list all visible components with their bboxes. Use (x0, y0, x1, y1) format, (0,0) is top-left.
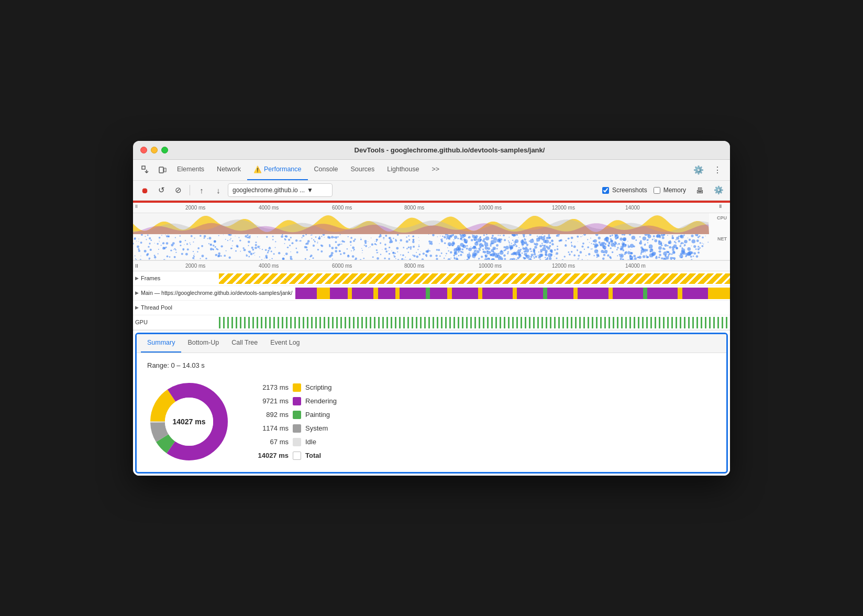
device-toolbar-icon[interactable] (154, 161, 171, 178)
painting-value: 892 ms (252, 411, 289, 419)
nav-right: ⚙️ ⋮ (690, 161, 726, 178)
settings-icon[interactable]: ⚙️ (690, 161, 707, 178)
ruler-2000: 2000 ms (185, 205, 205, 211)
tab-event-log[interactable]: Event Log (264, 334, 306, 353)
memory-group: Memory (654, 186, 686, 194)
screenshots-label: Screenshots (612, 186, 647, 194)
gpu-bars (219, 317, 730, 328)
bottom-tabs: Summary Bottom-Up Call Tree Event Log (137, 334, 726, 353)
gpu-label: GPU (135, 319, 219, 325)
frames-content[interactable] (219, 271, 730, 285)
tab-more[interactable]: >> (425, 159, 446, 180)
tab-lighthouse[interactable]: Lighthouse (381, 159, 425, 180)
clear-button[interactable]: ⊘ (171, 183, 185, 197)
bottom-panel: Summary Bottom-Up Call Tree Event Log Ra… (135, 333, 728, 474)
frames-label: ▶ Frames (135, 275, 219, 281)
frames-expand-icon[interactable]: ▶ (135, 276, 139, 281)
pause-icon-main: ⏸ (134, 263, 139, 269)
reload-record-button[interactable]: ↺ (154, 183, 169, 197)
pause-icon-right: ⏸ (718, 204, 723, 209)
ruler-4000: 4000 ms (259, 205, 279, 211)
flame-chart-icon[interactable]: 🖶 (692, 183, 707, 197)
thread-pool-label: ▶ Thread Pool (135, 304, 219, 311)
tab-sources-label: Sources (350, 166, 374, 173)
record-button[interactable]: ⏺ (137, 183, 152, 197)
svg-rect-1 (159, 167, 163, 173)
tab-performance-label: Performance (264, 166, 302, 173)
pause-icon: ⏸ (134, 204, 139, 209)
tab-event-log-label: Event Log (270, 339, 300, 346)
url-dropdown-icon[interactable]: ▼ (307, 186, 313, 194)
ruler-6000: 6000 ms (332, 205, 352, 211)
legend-scripting: 2173 ms Scripting (252, 383, 337, 392)
tab-console[interactable]: Console (308, 159, 345, 180)
main-ruler-4000: 4000 ms (259, 263, 279, 269)
nav-tabs: Elements Network ⚠️ Performance Console … (133, 160, 730, 181)
devtools-window: DevTools - googlechrome.github.io/devtoo… (133, 141, 730, 476)
inspect-element-icon[interactable] (137, 161, 154, 178)
tab-summary-label: Summary (147, 339, 175, 346)
timeline-ruler-main: ⏸ 2000 ms 4000 ms 6000 ms 8000 ms 10000 … (133, 261, 730, 271)
painting-color (293, 411, 301, 419)
tab-elements[interactable]: Elements (171, 159, 211, 180)
main-ruler-12000: 12000 ms (552, 263, 575, 269)
svg-rect-2 (164, 168, 166, 172)
total-color (293, 452, 301, 460)
tab-lighthouse-label: Lighthouse (387, 166, 419, 173)
ruler-12000: 12000 ms (552, 205, 575, 211)
close-button[interactable] (140, 147, 147, 153)
main-label: ▶ Main — https://googlechrome.github.io/… (135, 290, 295, 296)
screenshots-checkbox[interactable] (602, 187, 609, 194)
painting-label: Painting (305, 411, 330, 419)
main-ruler-8000: 8000 ms (404, 263, 424, 269)
ruler-10000: 10000 ms (479, 205, 502, 211)
tab-bottom-up[interactable]: Bottom-Up (181, 334, 225, 353)
screenshots-group: Screenshots (602, 186, 647, 194)
donut-chart: 14027 ms (147, 380, 231, 464)
tab-sources[interactable]: Sources (344, 159, 381, 180)
upload-button[interactable]: ↑ (194, 183, 209, 197)
thread-pool-label-text: Thread Pool (141, 304, 172, 311)
gpu-content[interactable] (219, 315, 730, 329)
idle-value: 67 ms (252, 438, 289, 446)
main-expand-icon[interactable]: ▶ (135, 290, 139, 295)
timeline-ruler-top: ⏸ 2000 ms 4000 ms 6000 ms 8000 ms 10000 … (133, 203, 730, 213)
tab-summary[interactable]: Summary (141, 334, 181, 353)
gpu-label-text: GPU (135, 319, 148, 325)
thread-pool-content[interactable] (219, 301, 730, 315)
main-content[interactable] (295, 286, 730, 300)
url-display: googlechrome.github.io ... ▼ (228, 183, 333, 197)
summary-content: 14027 ms 2173 ms Scripting 9721 ms (147, 380, 716, 464)
performance-toolbar: ⏺ ↺ ⊘ ↑ ↓ googlechrome.github.io ... ▼ S… (133, 181, 730, 201)
rendering-value: 9721 ms (252, 397, 289, 405)
warning-icon: ⚠️ (253, 166, 262, 173)
window-title: DevTools - googlechrome.github.io/devtoo… (176, 146, 723, 154)
memory-checkbox[interactable] (654, 187, 660, 194)
tab-performance[interactable]: ⚠️ Performance (247, 159, 308, 180)
idle-color (293, 438, 301, 446)
ruler-8000: 8000 ms (404, 205, 424, 211)
frames-label-text: Frames (141, 275, 160, 281)
more-options-icon[interactable]: ⋮ (709, 161, 726, 178)
donut-center-label: 14027 ms (172, 417, 205, 426)
tab-elements-label: Elements (177, 166, 204, 173)
cpu-row: CPU (133, 213, 730, 234)
tab-call-tree[interactable]: Call Tree (225, 334, 264, 353)
performance-settings-icon[interactable]: ⚙️ (711, 183, 726, 197)
net-label: NET (717, 236, 727, 241)
download-button[interactable]: ↓ (211, 183, 226, 197)
net-row: NET (133, 234, 730, 260)
thread-pool-expand-icon[interactable]: ▶ (135, 305, 139, 310)
thread-pool-track: ▶ Thread Pool (133, 301, 730, 315)
main-label-text: Main — https://googlechrome.github.io/de… (141, 290, 292, 296)
toolbar-separator-1 (190, 185, 190, 195)
tab-bottom-up-label: Bottom-Up (187, 339, 219, 346)
system-label: System (305, 424, 328, 432)
tab-network[interactable]: Network (211, 159, 247, 180)
timeline-main: ⏸ 2000 ms 4000 ms 6000 ms 8000 ms 10000 … (133, 261, 730, 331)
scripting-color (293, 383, 301, 392)
maximize-button[interactable] (161, 147, 168, 153)
tab-console-label: Console (314, 166, 338, 173)
minimize-button[interactable] (151, 147, 158, 153)
cpu-chart (133, 213, 709, 234)
